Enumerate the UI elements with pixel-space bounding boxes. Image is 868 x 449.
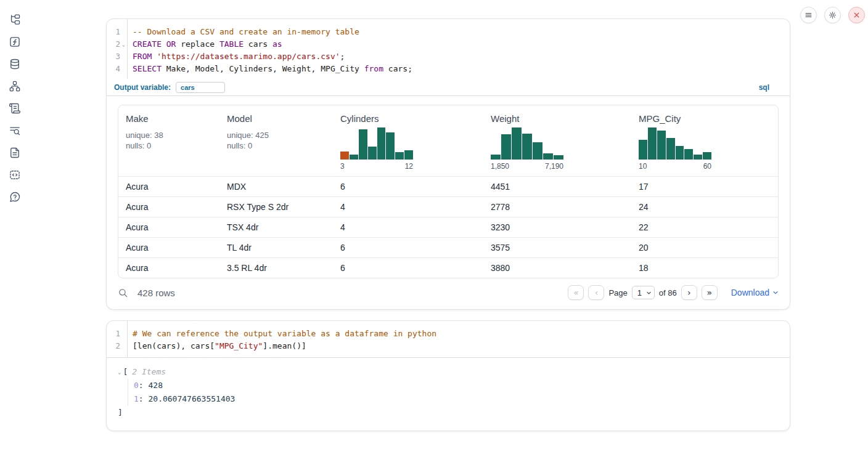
table-cell: 6 xyxy=(333,182,483,192)
histogram-bar xyxy=(522,134,532,160)
column-header-make: Makeunique: 38nulls: 0 xyxy=(118,105,219,176)
logs-search-icon[interactable] xyxy=(9,124,21,137)
table-row[interactable]: AcuraTSX 4dr4323022 xyxy=(118,217,778,237)
row-count: 428 rows xyxy=(137,288,175,298)
python-cell: 1# We can reference the output variable … xyxy=(106,320,790,431)
histogram-bar xyxy=(533,142,542,160)
table-cell: 2778 xyxy=(483,202,631,212)
table-cell: 18 xyxy=(631,263,778,273)
axis-min-label: 3 xyxy=(340,162,345,171)
table-cell: 24 xyxy=(631,202,778,212)
column-title[interactable]: Cylinders xyxy=(340,113,483,124)
histogram-bar xyxy=(368,147,377,160)
column-title[interactable]: Make xyxy=(126,113,219,124)
snippets-icon[interactable] xyxy=(9,169,21,181)
line-number: 1 xyxy=(115,328,120,340)
table-cell: 3.5 RL 4dr xyxy=(219,263,333,273)
notebook-main: 1-- Download a CSV and create an in-memo… xyxy=(106,18,790,442)
table-row[interactable]: Acura3.5 RL 4dr6388018 xyxy=(118,257,778,278)
histogram-bars[interactable] xyxy=(491,127,563,160)
chevron-down-icon xyxy=(772,289,779,296)
sql-code-editor[interactable]: 1-- Download a CSV and create an in-memo… xyxy=(107,19,790,79)
line-gutter: 2⌄ xyxy=(107,38,127,51)
histogram-bar xyxy=(386,132,395,160)
scroll-icon[interactable] xyxy=(9,102,21,115)
code-text: -- Download a CSV and create an in-memor… xyxy=(127,26,359,38)
table-cell: Acura xyxy=(118,243,219,253)
column-title[interactable]: MPG_City xyxy=(639,113,778,124)
table-body: AcuraMDX6445117AcuraRSX Type S 2dr427782… xyxy=(118,176,778,278)
axis-min-label: 1,850 xyxy=(491,162,509,171)
table-cell: 3880 xyxy=(483,263,631,273)
column-stats: unique: 38nulls: 0 xyxy=(126,130,219,151)
table-cell: 4 xyxy=(333,222,483,232)
line-number: 2 xyxy=(115,340,120,352)
sidebar xyxy=(0,0,30,449)
table-cell: 22 xyxy=(631,222,778,232)
table-cell: Acura xyxy=(118,263,219,273)
code-line[interactable]: 1# We can reference the output variable … xyxy=(107,328,790,340)
pagination: « ‹ Page 1 of 86 › » Download xyxy=(568,285,779,300)
code-line[interactable]: 3FROM 'https://datasets.marimo.app/cars.… xyxy=(107,51,790,63)
histogram-bars[interactable] xyxy=(639,127,711,160)
code-line[interactable]: 4SELECT Make, Model, Cylinders, Weight, … xyxy=(107,63,790,75)
output-variable-label: Output variable: xyxy=(114,83,171,92)
code-line[interactable]: 2[len(cars), cars["MPG_City"].mean()] xyxy=(107,340,790,352)
histogram-bar xyxy=(657,131,666,160)
hamburger-icon xyxy=(805,11,813,19)
file-tree-icon[interactable] xyxy=(9,14,21,26)
page-total-label: of 86 xyxy=(659,288,677,297)
python-output-tree: ⌄ [ 2 Items 0: 4281: 20.060747663551403 … xyxy=(107,358,790,431)
dependency-graph-icon[interactable] xyxy=(9,80,21,92)
table-row[interactable]: AcuraRSX Type S 2dr4277824 xyxy=(118,196,778,217)
collapse-chevron-icon[interactable]: ⌄ xyxy=(118,365,121,379)
code-text: CREATE OR replace TABLE cars as xyxy=(127,38,282,51)
output-variable-input[interactable] xyxy=(176,82,225,93)
axis-max-label: 7,190 xyxy=(545,162,563,171)
code-line[interactable]: 2⌄CREATE OR replace TABLE cars as xyxy=(107,38,790,51)
histogram-axis: 1060 xyxy=(639,162,711,171)
column-title[interactable]: Model xyxy=(227,113,333,124)
download-label: Download xyxy=(731,288,769,297)
code-text: [len(cars), cars["MPG_City"].mean()] xyxy=(127,340,306,352)
column-title[interactable]: Weight xyxy=(491,113,631,124)
table-row[interactable]: AcuraTL 4dr6357520 xyxy=(118,237,778,257)
page-label: Page xyxy=(608,288,627,297)
python-code-editor[interactable]: 1# We can reference the output variable … xyxy=(107,321,790,358)
tree-close-bracket: ] xyxy=(118,406,779,419)
last-page-button[interactable]: » xyxy=(702,285,718,300)
axis-max-label: 12 xyxy=(405,162,413,171)
histogram-axis: 1,8507,190 xyxy=(491,162,563,171)
database-icon[interactable] xyxy=(9,58,21,70)
tree-entries: 0: 4281: 20.060747663551403 xyxy=(128,379,779,406)
histogram-bar xyxy=(666,138,675,160)
prev-page-button[interactable]: ‹ xyxy=(588,285,604,300)
next-page-button[interactable]: › xyxy=(681,285,697,300)
column-histogram: 1,8507,190 xyxy=(491,127,563,171)
settings-button[interactable] xyxy=(824,7,841,23)
help-icon[interactable] xyxy=(9,191,21,203)
histogram-bar xyxy=(377,127,386,160)
output-variable-row: Output variable: sql xyxy=(107,79,790,96)
close-button[interactable] xyxy=(848,7,865,23)
menu-button[interactable] xyxy=(800,7,817,23)
histogram-bars[interactable] xyxy=(340,127,413,160)
fold-chevron-icon[interactable]: ⌄ xyxy=(120,38,127,51)
function-icon[interactable] xyxy=(9,36,21,48)
search-icon[interactable] xyxy=(118,288,128,298)
table-row[interactable]: AcuraMDX6445117 xyxy=(118,176,778,196)
download-button[interactable]: Download xyxy=(731,288,779,297)
table-footer: 428 rows « ‹ Page 1 of 86 › » Download xyxy=(107,278,790,309)
gear-icon xyxy=(829,11,837,19)
table-cell: MDX xyxy=(219,182,333,192)
line-gutter: 1 xyxy=(107,26,127,38)
code-line[interactable]: 1-- Download a CSV and create an in-memo… xyxy=(107,26,790,38)
page-select[interactable]: 1 xyxy=(632,286,655,299)
document-icon[interactable] xyxy=(9,147,21,159)
histogram-bar xyxy=(639,140,647,160)
tree-entry: 1: 20.060747663551403 xyxy=(134,392,779,406)
tree-entry: 0: 428 xyxy=(134,379,779,392)
histogram-bar xyxy=(512,127,522,160)
table-cell: RSX Type S 2dr xyxy=(219,202,333,212)
first-page-button[interactable]: « xyxy=(568,285,584,300)
